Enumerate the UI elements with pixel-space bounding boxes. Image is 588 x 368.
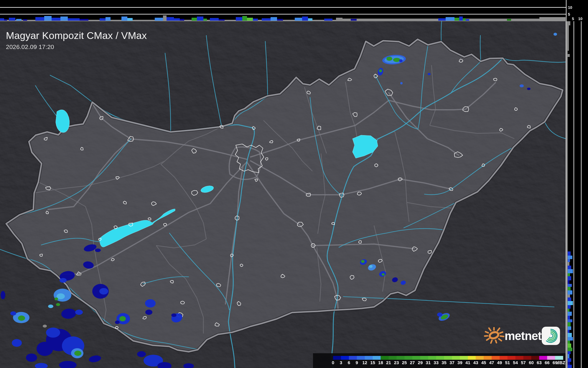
legend-swatch [515,356,524,360]
legend-swatch [531,356,540,360]
top-echo-pixel [4,19,7,21]
precipitation-echo [437,313,442,317]
precipitation-echo [56,303,60,306]
sun-ray [485,336,488,336]
legend-swatch [412,356,421,360]
legend-tick-label: 37 [449,360,454,365]
top-echo-pixel [203,19,207,21]
right-echo-pixel [568,269,573,273]
legend-tick-label: 27 [410,360,415,365]
top-echo-pixel [219,19,225,21]
right-echo-pixel [568,290,572,295]
top-echo-pixel [16,19,22,21]
sun-ray [491,340,492,343]
page-title: Magyar Kompozit CMax / VMax [6,30,147,41]
right-echo-pixel [568,351,571,354]
legend-swatch [388,356,397,360]
legend-swatch [381,356,389,360]
right-echo-pixel [568,256,572,259]
top-echo-pixel [262,18,271,21]
top-echo-pixel [121,17,127,21]
top-echo-pixel [80,19,88,21]
precipitation-echo [43,325,47,328]
legend-tick-label: 33 [434,360,439,365]
precipitation-echo [99,288,108,295]
precipitation-echo [75,310,83,315]
right-echo-pixel [568,333,572,337]
top-echo-pixel [197,17,203,21]
legend-swatch [436,356,444,360]
legend-tick-label: 3 [340,360,342,365]
legend-swatch [500,356,508,360]
legend-swatch [373,356,381,360]
legend-unit: dBZ [557,360,565,365]
top-echo-pixel [463,18,466,21]
precipitation-echo [18,315,25,321]
precipitation-echo [26,354,37,362]
precipitation-echo [145,299,156,308]
precipitation-echo [137,351,146,357]
legend-tick-label: 0 [332,360,334,365]
right-echo-pixel [568,358,571,362]
legend-swatch [547,356,555,360]
precipitation-echo [527,88,531,90]
right-echo-pixel [568,266,571,269]
legend-swatch [357,356,365,360]
top-echo-pixel [295,18,302,21]
right-panel-label-10km: 10 [578,17,582,21]
top-echo-pixel [236,17,242,21]
precipitation-echo [382,273,385,276]
top-echo-pixel [60,17,68,21]
top-echo-pixel [155,18,163,21]
top-echo-pixel [52,18,60,21]
right-echo-pixel [568,295,570,297]
precipitation-echo [399,59,403,62]
legend-tick-label: 9 [356,360,358,365]
right-echo-pixel [568,287,571,290]
legend-swatch [492,356,500,360]
top-echo-pixel [454,18,459,21]
right-echo-pixel [568,316,570,319]
top-echo-pixel [336,18,342,21]
top-echo-pixel [308,18,312,21]
legend-tick-label: 45 [481,360,486,365]
legend-swatch [404,356,413,360]
right-echo-pixel [568,309,569,312]
top-echo-pixel [438,18,446,21]
legend-tick-label: 63 [537,360,542,365]
precipitation-echo [145,310,152,315]
top-echo-pixel [351,19,357,21]
top-echo-pixel [247,18,253,21]
precipitation-echo [400,82,403,84]
legend-tick-label: 51 [505,360,510,365]
precipitation-echo [78,273,81,276]
legend-swatch [444,356,452,360]
legend-swatch [333,356,341,360]
legend-swatch [341,356,349,360]
right-panel-label-5km: 5 [572,17,574,21]
legend-swatch [396,356,405,360]
top-echo-pixel [180,19,184,21]
legend-swatch [476,356,484,360]
top-panel-label-10km: 10 [568,5,572,10]
precipitation-echo [60,278,67,283]
legend-tick-label: 47 [489,360,494,365]
top-panel-bg [0,0,588,21]
precipitation-echo [55,297,58,300]
legend-swatch [428,356,437,360]
precipitation-echo [1,291,5,299]
right-echo-pixel [568,326,571,330]
legend-tick-label: 29 [418,360,423,365]
right-echo-pixel [568,251,571,256]
right-echo-pixel [568,365,572,368]
legend-swatch [555,356,563,360]
top-echo-pixel [277,19,283,21]
legend-bg [313,353,566,368]
right-echo-pixel [568,344,571,348]
legend-labels: 0369121518212325272931333537394143454749… [332,360,558,365]
legend: 0369121518212325272931333537394143454749… [313,353,566,368]
top-echo-pixel [446,17,454,21]
legend-tick-label: 23 [394,360,399,365]
precipitation-echo [361,260,365,263]
top-echo-pixel [459,17,463,21]
